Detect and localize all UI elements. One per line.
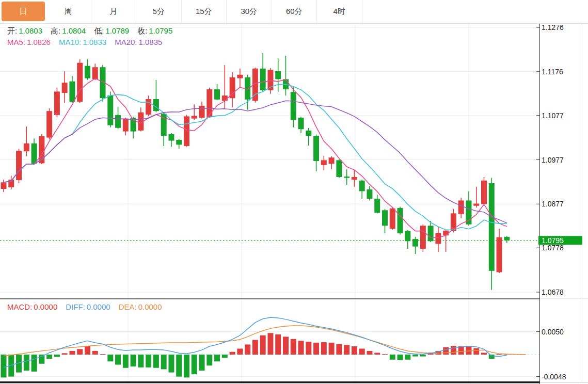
candle-body xyxy=(458,200,464,214)
macd-hist-bar xyxy=(367,351,372,355)
tab-5min[interactable]: 5分 xyxy=(136,0,182,23)
macd-hist-bar xyxy=(267,333,273,355)
tab-15min[interactable]: 15分 xyxy=(182,0,227,23)
macd-hist-bar xyxy=(412,355,418,357)
macd-axis-label: 0.0050 xyxy=(542,328,564,336)
ohlc-readout: 开:1.0803高:1.0804低:1.0789收:1.0795 xyxy=(7,26,181,36)
candle-body xyxy=(359,181,365,191)
candle-body xyxy=(1,182,7,189)
ma5-readout-value: 1.0826 xyxy=(27,38,51,46)
macd-hist-bar xyxy=(184,355,189,377)
macd-hist-bar xyxy=(283,337,289,355)
macd-hist-bar xyxy=(405,355,410,360)
macd-hist-bar xyxy=(344,345,349,355)
trading-chart-window: 1.12761.11761.10771.09771.08771.07781.06… xyxy=(0,0,588,384)
candle-body xyxy=(222,95,228,101)
tab-30min[interactable]: 30分 xyxy=(227,0,272,23)
macd-hist-bar xyxy=(146,355,151,367)
ma20-line xyxy=(4,101,507,223)
candle-body xyxy=(16,151,22,180)
macd-hist-bar xyxy=(420,355,426,357)
low-readout: 低:1.0789 xyxy=(94,26,129,35)
candle-body xyxy=(31,143,37,164)
price-axis-label: 1.0678 xyxy=(542,288,564,296)
candle-body xyxy=(260,69,266,90)
macd-readout-value: 0.0000 xyxy=(34,302,57,311)
candle-body xyxy=(306,131,311,136)
high-readout: 高:1.0804 xyxy=(51,26,86,35)
macd-hist-bar xyxy=(176,355,182,377)
tab-daily[interactable]: 日 xyxy=(2,2,45,21)
candle-body xyxy=(329,157,335,164)
candle-body xyxy=(153,99,159,111)
candle-body xyxy=(115,115,121,128)
candle-body xyxy=(443,231,449,235)
macd-hist-bar xyxy=(153,355,159,368)
candle-body xyxy=(336,160,342,177)
bottom-border xyxy=(0,381,539,383)
macd-hist-bar xyxy=(275,334,281,355)
macd-hist-bar xyxy=(390,355,395,360)
macd-hist-bar xyxy=(473,348,479,355)
macd-hist-bar xyxy=(199,355,205,371)
diff-readout-label: DIFF: xyxy=(66,302,85,311)
macd-hist-bar xyxy=(466,346,471,355)
ma10-readout: MA10:1.0833 xyxy=(59,38,106,46)
tab-60min[interactable]: 60分 xyxy=(272,0,317,23)
candle-body xyxy=(85,66,90,78)
candle-body xyxy=(107,95,113,125)
macd-hist-bar xyxy=(336,344,342,355)
macd-hist-bar xyxy=(291,339,296,355)
candle-body xyxy=(481,181,487,204)
ma5-readout: MA5:1.0826 xyxy=(7,38,51,46)
tab-weekly[interactable]: 周 xyxy=(46,0,91,23)
high-readout-value: 1.0804 xyxy=(62,26,86,35)
candle-body xyxy=(428,226,434,241)
candle-body xyxy=(420,226,426,249)
tab-monthly[interactable]: 月 xyxy=(91,0,137,23)
candle-body xyxy=(435,233,441,244)
candle-body xyxy=(390,209,395,229)
macd-hist-bar xyxy=(161,355,167,369)
timeframe-tabbar: 日周月5分15分30分60分4时 xyxy=(0,0,588,24)
candle-body xyxy=(92,67,98,79)
dea-readout-value: 0.0000 xyxy=(138,302,162,311)
macd-hist-bar xyxy=(252,340,258,355)
macd-hist-bar xyxy=(230,352,235,355)
candle-body xyxy=(123,119,129,132)
candlestick-macd-chart-canvas[interactable]: 1.12761.11761.10771.09771.08771.07781.06… xyxy=(0,0,588,384)
macd-hist-bar xyxy=(374,353,380,355)
high-readout-label: 高: xyxy=(51,26,60,35)
tab-4hour[interactable]: 4时 xyxy=(317,0,362,23)
price-axis-label: 1.0877 xyxy=(542,200,564,208)
chart-area: 1.12761.11761.10771.09771.08771.07781.06… xyxy=(0,0,588,384)
candle-body xyxy=(352,177,357,180)
macd-hist-bar xyxy=(62,353,68,355)
macd-hist-bar xyxy=(214,355,220,361)
price-axis-label: 1.0977 xyxy=(542,156,564,164)
low-readout-label: 低: xyxy=(94,26,104,35)
macd-hist-bar xyxy=(206,355,212,365)
macd-readout-label: MACD: xyxy=(7,302,32,311)
candle-body xyxy=(398,208,403,233)
low-readout-value: 1.0789 xyxy=(105,26,129,35)
macd-hist-bar xyxy=(382,354,388,355)
candle-body xyxy=(275,71,281,79)
macd-hist-bar xyxy=(222,355,228,358)
macd-readout: MACD:0.0000DIFF:0.0000DEA:0.0000 xyxy=(7,302,170,311)
macd-hist-bar xyxy=(481,353,487,355)
candle-body xyxy=(192,116,197,119)
macd-hist-bar xyxy=(39,355,44,364)
macd-hist-bar xyxy=(138,355,144,367)
macd-hist-bar xyxy=(24,355,29,371)
price-axis-label: 1.1176 xyxy=(542,68,563,76)
macd-hist-bar xyxy=(100,354,106,355)
candle-body xyxy=(504,237,510,241)
candle-body xyxy=(146,99,151,115)
macd-readout: MACD:0.0000 xyxy=(7,302,57,311)
ma5-readout-label: MA5: xyxy=(7,38,25,46)
candle-body xyxy=(62,83,68,93)
candle-body xyxy=(24,143,29,151)
candle-body xyxy=(497,237,502,273)
open-readout-value: 1.0803 xyxy=(19,26,42,35)
